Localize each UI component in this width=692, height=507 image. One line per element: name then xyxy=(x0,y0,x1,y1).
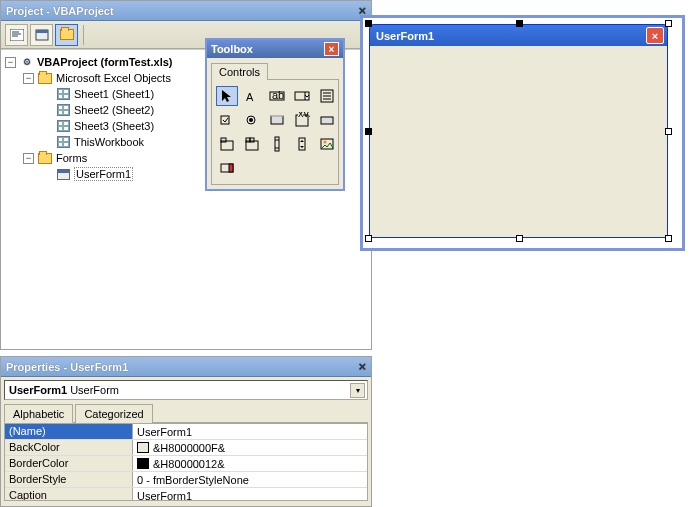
close-icon[interactable]: × xyxy=(646,27,664,44)
object-type: UserForm xyxy=(70,384,119,396)
color-swatch xyxy=(137,442,149,453)
tab-controls[interactable]: Controls xyxy=(211,63,268,80)
tree-item[interactable]: Sheet3 (Sheet3) xyxy=(74,120,154,132)
refedit-tool-icon[interactable] xyxy=(216,158,238,178)
svg-text:xvz: xvz xyxy=(298,112,310,119)
spinbutton-tool-icon[interactable] xyxy=(291,134,313,154)
tree-item[interactable]: ThisWorkbook xyxy=(74,136,144,148)
tree-group[interactable]: Microsoft Excel Objects xyxy=(56,72,171,84)
vba-project-icon: ⚙ xyxy=(19,56,34,69)
collapse-icon[interactable]: − xyxy=(23,73,34,84)
userform[interactable]: UserForm1 × xyxy=(369,24,668,238)
scrollbar-tool-icon[interactable] xyxy=(266,134,288,154)
svg-rect-5 xyxy=(36,30,48,33)
svg-point-31 xyxy=(324,141,327,144)
sheet-icon xyxy=(55,103,71,117)
properties-title-bar[interactable]: Properties - UserForm1 × xyxy=(1,357,371,377)
svg-rect-17 xyxy=(271,116,283,124)
collapse-icon[interactable]: − xyxy=(5,57,16,68)
form-icon xyxy=(55,167,71,181)
svg-rect-28 xyxy=(275,137,279,151)
toolbox[interactable]: Toolbox × Controls A ab| xvz xyxy=(205,38,345,191)
textbox-tool-icon[interactable]: ab| xyxy=(266,86,288,106)
togglebutton-tool-icon[interactable] xyxy=(266,110,288,130)
prop-value[interactable]: UserForm1 xyxy=(133,488,367,501)
prop-value[interactable]: 0 - fmBorderStyleNone xyxy=(133,472,367,487)
prop-name: BorderStyle xyxy=(5,472,133,487)
svg-text:ab|: ab| xyxy=(272,89,285,101)
toolbox-palette: A ab| xvz xyxy=(211,79,339,185)
property-row[interactable]: BackColor&H8000000F& xyxy=(5,440,367,456)
collapse-icon[interactable]: − xyxy=(23,153,34,164)
image-tool-icon[interactable] xyxy=(316,134,338,154)
prop-value[interactable]: &H8000000F& xyxy=(133,440,367,455)
property-row[interactable]: (Name)UserForm1 xyxy=(5,424,367,440)
dropdown-icon[interactable]: ▾ xyxy=(350,383,365,398)
multipage-tool-icon[interactable] xyxy=(241,134,263,154)
tree-item[interactable]: Sheet1 (Sheet1) xyxy=(74,88,154,100)
tree-group[interactable]: Forms xyxy=(56,152,87,164)
tree-item[interactable]: Sheet2 (Sheet2) xyxy=(74,104,154,116)
folder-icon xyxy=(37,151,53,165)
project-title: Project - VBAProject xyxy=(6,5,114,17)
project-title-bar[interactable]: Project - VBAProject × xyxy=(1,1,371,21)
view-object-button[interactable] xyxy=(30,24,53,46)
tab-alphabetic[interactable]: Alphabetic xyxy=(4,404,73,423)
tree-item[interactable]: UserForm1 xyxy=(74,167,133,181)
object-selector[interactable]: UserForm1 UserForm ▾ xyxy=(4,380,368,400)
sheet-icon xyxy=(55,87,71,101)
folder-icon xyxy=(37,71,53,85)
optionbutton-tool-icon[interactable] xyxy=(241,110,263,130)
resize-handle[interactable] xyxy=(665,20,672,27)
property-row[interactable]: BorderColor&H80000012& xyxy=(5,456,367,472)
toolbox-tabs: Controls xyxy=(211,62,339,79)
userform-titlebar[interactable]: UserForm1 × xyxy=(369,24,668,46)
checkbox-tool-icon[interactable] xyxy=(216,110,238,130)
property-row[interactable]: BorderStyle0 - fmBorderStyleNone xyxy=(5,472,367,488)
object-name: UserForm1 xyxy=(9,384,67,396)
listbox-tool-icon[interactable] xyxy=(316,86,338,106)
resize-handle[interactable] xyxy=(365,235,372,242)
resize-handle[interactable] xyxy=(516,20,523,27)
tree-root[interactable]: VBAProject (formTest.xls) xyxy=(37,56,173,68)
color-swatch xyxy=(137,458,149,469)
resize-handle[interactable] xyxy=(365,20,372,27)
combobox-tool-icon[interactable] xyxy=(291,86,313,106)
svg-rect-29 xyxy=(299,138,305,150)
prop-name: Caption xyxy=(5,488,133,501)
resize-handle[interactable] xyxy=(516,235,523,242)
svg-rect-0 xyxy=(10,29,24,41)
sheet-icon xyxy=(55,119,71,133)
tabstrip-tool-icon[interactable] xyxy=(216,134,238,154)
frame-tool-icon[interactable]: xvz xyxy=(291,110,313,130)
tab-categorized[interactable]: Categorized xyxy=(75,404,152,423)
pointer-tool-icon[interactable] xyxy=(216,86,238,106)
toggle-folders-button[interactable] xyxy=(55,24,78,46)
sheet-icon xyxy=(55,135,71,149)
prop-name: BackColor xyxy=(5,440,133,455)
svg-text:A: A xyxy=(246,91,254,103)
userform-body[interactable] xyxy=(369,46,668,238)
prop-value[interactable]: UserForm1 xyxy=(133,424,367,439)
form-canvas[interactable]: UserForm1 × xyxy=(360,15,685,251)
commandbutton-tool-icon[interactable] xyxy=(316,110,338,130)
properties-grid[interactable]: (Name)UserForm1 BackColor&H8000000F& Bor… xyxy=(4,423,368,501)
form-designer[interactable]: UserForm1 × xyxy=(375,0,692,507)
userform-caption: UserForm1 xyxy=(376,30,434,42)
prop-name: BorderColor xyxy=(5,456,133,471)
resize-handle[interactable] xyxy=(665,128,672,135)
prop-value[interactable]: &H80000012& xyxy=(133,456,367,471)
properties-panel: Properties - UserForm1 × UserForm1 UserF… xyxy=(0,356,372,507)
svg-rect-9 xyxy=(295,92,309,100)
resize-handle[interactable] xyxy=(365,128,372,135)
close-icon[interactable]: × xyxy=(324,42,339,56)
label-tool-icon[interactable]: A xyxy=(241,86,263,106)
property-row[interactable]: CaptionUserForm1 xyxy=(5,488,367,501)
close-icon[interactable]: × xyxy=(358,359,366,374)
resize-handle[interactable] xyxy=(665,235,672,242)
view-code-button[interactable] xyxy=(5,24,28,46)
toolbox-title: Toolbox xyxy=(211,43,253,55)
svg-rect-22 xyxy=(321,117,333,124)
toolbox-titlebar[interactable]: Toolbox × xyxy=(207,40,343,58)
prop-name: (Name) xyxy=(5,424,133,439)
